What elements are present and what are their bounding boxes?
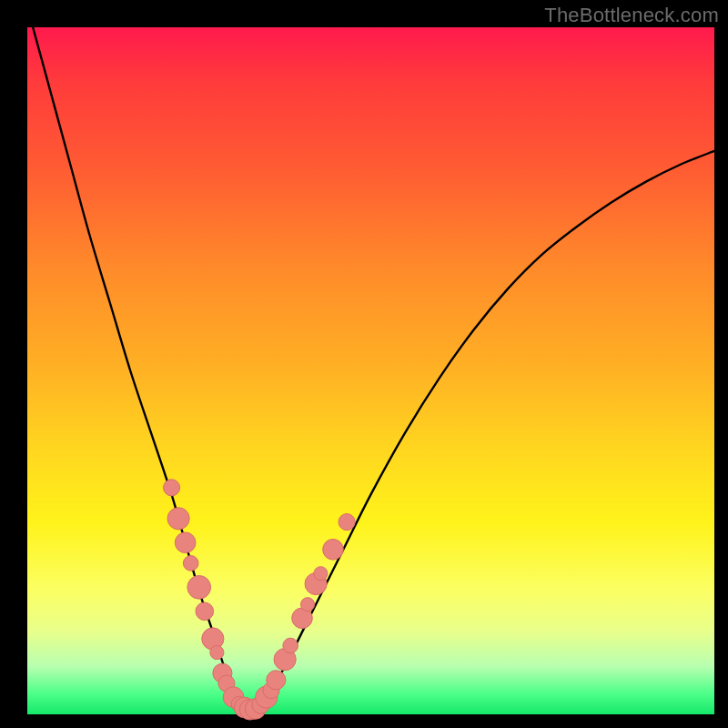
curve-svg xyxy=(27,27,714,714)
data-marker xyxy=(167,508,189,530)
data-marker xyxy=(196,602,214,621)
data-marker xyxy=(314,567,328,581)
watermark-text: TheBottleneck.com xyxy=(544,4,719,27)
data-marker xyxy=(339,514,355,531)
data-marker xyxy=(283,638,298,653)
data-marker xyxy=(210,646,224,660)
data-marker xyxy=(163,480,179,496)
data-marker xyxy=(300,598,314,612)
chart-frame: TheBottleneck.com xyxy=(0,0,728,728)
data-marker xyxy=(267,671,286,690)
data-marker xyxy=(175,532,196,553)
bottleneck-curve xyxy=(27,6,714,709)
data-marker xyxy=(323,539,344,560)
data-marker xyxy=(183,556,198,571)
data-markers xyxy=(163,480,355,720)
plot-area xyxy=(27,27,714,714)
data-marker xyxy=(187,576,211,600)
